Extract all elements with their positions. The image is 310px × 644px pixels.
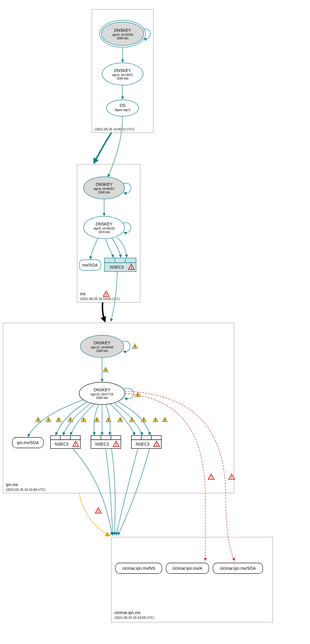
warning-icon — [132, 344, 138, 348]
svg-text:DNSKEY: DNSKEY — [96, 222, 113, 226]
node-mx-zsk: DNSKEY alg=8, id=36526 1024 bits — [84, 216, 125, 239]
zone-mx: mx (2021-05-25 16:19:00 UTC) DNSKEY alg=… — [77, 164, 140, 302]
svg-text:2048 bits: 2048 bits — [117, 37, 129, 40]
zone-root: . (2021-05-25 14:05:22 UTC) DNSKEY alg=8… — [92, 9, 153, 133]
zone-ipn-ts: (2021-05-25 16:24:49 UTC) — [6, 488, 45, 491]
node-root-ksk: DNSKEY alg=8, id=20326 2048 bits — [100, 20, 145, 47]
svg-text:2048 bits: 2048 bits — [98, 191, 110, 194]
zone-cicimar-name: cicimar.ipn.mx — [114, 610, 140, 615]
svg-text:DNSKEY: DNSKEY — [94, 340, 111, 345]
zone-root-ts: (2021-05-25 14:05:22 UTC) — [95, 127, 134, 131]
zone-cicimar: cicimar.ipn.mx (2021-05-25 16:24:58 UTC)… — [111, 537, 273, 622]
warning-icon — [103, 291, 109, 296]
node-ipn-nsec3-a: NSEC3 — [50, 436, 80, 449]
svg-text:cicimar.ipn.mx/SOA: cicimar.ipn.mx/SOA — [220, 566, 256, 571]
warning-icon — [103, 367, 108, 372]
svg-text:alg=8, id=49357: alg=8, id=49357 — [94, 187, 115, 190]
svg-text:1024 bits: 1024 bits — [98, 230, 110, 234]
svg-point-14 — [106, 100, 139, 116]
svg-text:DNSKEY: DNSKEY — [96, 182, 113, 187]
svg-text:DNSKEY: DNSKEY — [114, 68, 131, 73]
node-ipn-soa: ipn.mx/SOA — [12, 437, 43, 448]
warning-icon — [208, 474, 214, 479]
dnssec-graph: . (2021-05-25 14:05:22 UTC) DNSKEY alg=8… — [0, 0, 310, 644]
node-ipn-nsec3-b: NSEC3 — [91, 436, 121, 449]
warning-icon — [135, 392, 140, 397]
svg-text:DS: DS — [120, 103, 125, 108]
svg-rect-28 — [104, 258, 136, 263]
svg-text:alg=10, id=65049: alg=10, id=65049 — [91, 346, 114, 349]
node-root-zsk: DNSKEY alg=8, id=14631 2048 bits — [102, 63, 143, 85]
svg-text:2048 bits: 2048 bits — [96, 349, 108, 353]
svg-text:ipn.mx/SOA: ipn.mx/SOA — [17, 440, 39, 445]
svg-text:digest alg=2: digest alg=2 — [115, 108, 131, 112]
warning-icon — [229, 474, 235, 479]
node-ipn-ksk: DNSKEY alg=10, id=65049 2048 bits — [80, 335, 124, 358]
svg-text:NSEC3: NSEC3 — [95, 442, 109, 446]
svg-text:cicimar.ipn.mx/NS: cicimar.ipn.mx/NS — [122, 566, 155, 571]
svg-rect-49 — [91, 436, 121, 440]
svg-text:alg=8, id=14631: alg=8, id=14631 — [112, 73, 133, 77]
node-ipn-zsk: DNSKEY alg=10, id=57728 2048 bits — [79, 382, 125, 404]
svg-text:NSEC3: NSEC3 — [55, 442, 69, 446]
node-cic-a: cicimar.ipn.mx/A — [166, 563, 209, 574]
svg-rect-44 — [50, 436, 80, 440]
zone-ipn: ipn.mx (2021-05-25 16:24:49 UTC) DNSKEY … — [3, 323, 234, 493]
node-cic-ns: cicimar.ipn.mx/NS — [116, 563, 162, 574]
node-ipn-nsec3-c: NSEC3 — [131, 436, 161, 449]
zone-root-name: . — [95, 122, 96, 127]
svg-rect-59 — [111, 537, 273, 622]
svg-text:alg=8, id=36526: alg=8, id=36526 — [94, 227, 115, 230]
svg-text:DNSKEY: DNSKEY — [114, 28, 131, 33]
zone-mx-name: mx — [80, 291, 86, 296]
warning-icon — [95, 508, 101, 513]
zone-cicimar-ts: (2021-05-25 16:24:58 UTC) — [114, 616, 154, 619]
node-mx-soa: mx/SOA — [79, 260, 101, 270]
svg-text:DNSKEY: DNSKEY — [94, 387, 111, 392]
node-mx-ksk: DNSKEY alg=8, id=49357 2048 bits — [84, 177, 125, 199]
node-root-ds: DS digest alg=2 — [106, 100, 139, 116]
svg-text:NSEC3: NSEC3 — [110, 265, 124, 269]
svg-rect-54 — [131, 436, 161, 440]
svg-text:NSEC3: NSEC3 — [136, 442, 150, 446]
svg-text:mx/SOA: mx/SOA — [82, 263, 98, 267]
node-cic-soa: cicimar.ipn.mx/SOA — [213, 563, 263, 574]
zone-ipn-name: ipn.mx — [6, 482, 18, 487]
svg-text:2048 bits: 2048 bits — [96, 396, 108, 399]
svg-text:cicimar.ipn.mx/A: cicimar.ipn.mx/A — [172, 566, 203, 571]
zone-mx-ts: (2021-05-25 16:19:00 UTC) — [80, 297, 120, 301]
svg-text:2048 bits: 2048 bits — [117, 77, 129, 80]
node-mx-nsec3: NSEC3 — [104, 258, 136, 272]
svg-text:alg=8, id=20326: alg=8, id=20326 — [112, 33, 133, 36]
svg-text:alg=10, id=57728: alg=10, id=57728 — [91, 393, 114, 396]
